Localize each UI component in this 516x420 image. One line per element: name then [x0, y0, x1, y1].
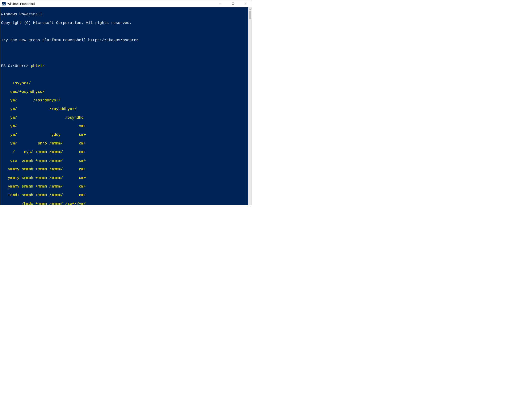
prompt-prefix: PS C:\Users> [1, 64, 31, 68]
powershell-window: Windows PowerShell Windows PowerShell Co… [0, 0, 252, 205]
client-area: Windows PowerShell Copyright (C) Microso… [0, 7, 252, 205]
ascii-art-line: ymmmy smmmh +mmmm /mmmm/ om+ [1, 167, 247, 172]
console-output[interactable]: Windows PowerShell Copyright (C) Microso… [0, 7, 248, 205]
ascii-art-line: ym/ /+oshddhys+/ [1, 98, 247, 103]
blank-line [1, 30, 247, 34]
minimize-button[interactable] [214, 0, 227, 7]
vertical-scrollbar[interactable] [248, 7, 252, 205]
titlebar[interactable]: Windows PowerShell [0, 0, 252, 7]
scrollbar-track[interactable] [248, 11, 252, 205]
banner-line: Copyright (C) Microsoft Corporation. All… [1, 21, 247, 25]
ascii-art-line: ym/ /osyhdho [1, 115, 247, 120]
window-title: Windows PowerShell [7, 2, 35, 6]
prompt-line: PS C:\Users> pbiviz [1, 64, 247, 68]
ascii-art-line: ym/ yddy om+ [1, 133, 247, 137]
ascii-art-line: ym/ sm+ [1, 124, 247, 128]
scroll-up-button[interactable] [248, 7, 252, 11]
ascii-art-line: /hmdo +mmmm /mmmm/ /so+//ym/ [1, 202, 247, 205]
ascii-art-line: +dmd+ smmmh +mmmm /mmmm/ om+ [1, 193, 247, 197]
maximize-button[interactable] [227, 0, 239, 7]
ascii-art-line: / oys/ +mmmm /mmmm/ om+ [1, 150, 247, 154]
svg-rect-0 [2, 2, 6, 5]
ascii-art-line: oms/+osyhdhyso/ [1, 90, 247, 94]
scrollbar-thumb[interactable] [249, 11, 251, 19]
close-button[interactable] [239, 0, 252, 7]
ascii-art-line: +syyso+/ [1, 81, 247, 85]
ascii-art-line: ym/ /+oyhddhyo+/ [1, 107, 247, 111]
blank-line [1, 47, 247, 51]
ascii-art-line: ymmmy smmmh +mmmm /mmmm/ om+ [1, 176, 247, 180]
blank-line [1, 72, 247, 77]
prompt-command: pbiviz [31, 64, 45, 68]
ascii-art-line: ymmmy smmmh +mmmm /mmmm/ om+ [1, 184, 247, 189]
banner-line: Try the new cross-platform PowerShell ht… [1, 38, 247, 42]
powershell-icon [2, 2, 6, 6]
banner-line: Windows PowerShell [1, 12, 247, 17]
svg-rect-3 [232, 3, 234, 5]
ascii-art-line: ym/ shho /mmmm/ om+ [1, 141, 247, 146]
ascii-art-line: oso ommmh +mmmm /mmmm/ om+ [1, 158, 247, 163]
blank-line [1, 55, 247, 60]
